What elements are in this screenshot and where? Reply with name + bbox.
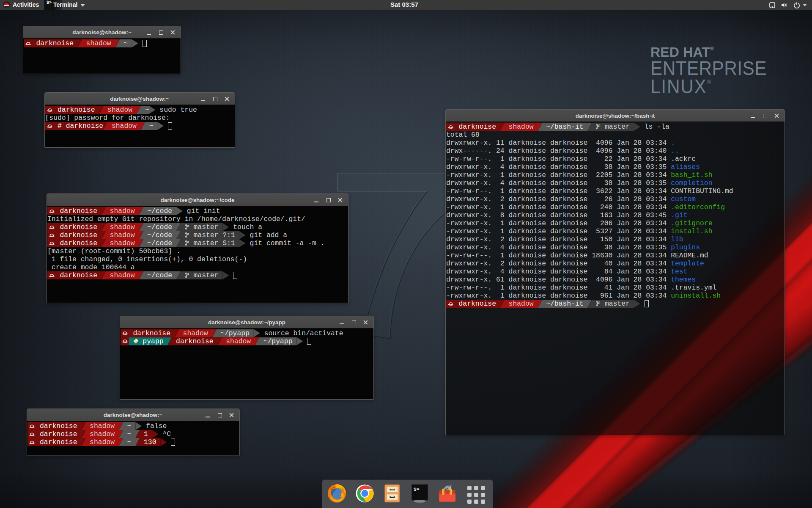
svg-text:$>: $>: [414, 486, 420, 492]
svg-text:$>: $>: [47, 0, 52, 5]
